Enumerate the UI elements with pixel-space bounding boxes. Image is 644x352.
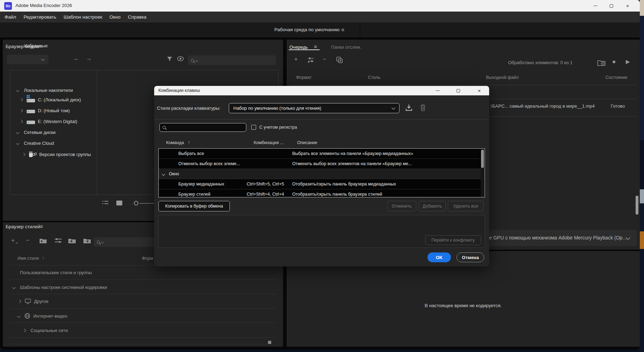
desktop-fragment [640, 203, 644, 231]
goto-conflict-button[interactable]: Перейти к конфликту [425, 235, 481, 245]
tree-item-favorites[interactable]: Избранные [16, 43, 48, 48]
layout-preset-dropdown[interactable]: Набор по умолчанию (только для чтения) [229, 103, 399, 113]
add-preset-to-queue-icon[interactable] [308, 57, 314, 63]
preset-row-other[interactable]: Другое [18, 299, 48, 304]
filter-icon[interactable] [166, 56, 173, 62]
workspace-label[interactable]: Рабочая среда по умолчанию [274, 27, 340, 32]
preset-row-social[interactable]: Социальные сети [23, 328, 68, 333]
table-scroll-thumb[interactable] [481, 150, 484, 168]
shortcut-column-header[interactable]: Комбинация ... [254, 140, 284, 145]
preset-row-system-presets[interactable]: Шаблоны настроек системной кодировки [13, 285, 107, 290]
new-group-folder-icon[interactable] [39, 238, 47, 244]
table-row[interactable]: Выбрать все Выбрать все элементы на пане… [159, 149, 485, 159]
workspace-bar-divider [360, 22, 360, 38]
tree-item-drive-e[interactable]: E: (Western Digital) [20, 119, 77, 124]
table-row[interactable]: Отменить выбор всех элеме... Отменить вы… [159, 159, 485, 169]
dialog-close-button[interactable]: × [472, 86, 487, 95]
close-button[interactable]: × [619, 0, 636, 12]
chevron-right-icon [20, 120, 23, 123]
search-icon [191, 59, 194, 62]
eye-icon[interactable] [177, 56, 184, 61]
add-shortcut-button[interactable]: Добавить [419, 201, 446, 211]
queue-scrollbar[interactable] [636, 196, 638, 215]
media-source-dropdown[interactable] [7, 55, 48, 64]
dialog-maximize-button[interactable] [451, 86, 466, 95]
add-preset-icon[interactable]: + [11, 237, 15, 244]
add-source-icon[interactable]: + [294, 56, 297, 62]
preset-row-internet-video[interactable]: Интернет-видео [18, 313, 67, 319]
output-file-path[interactable]: :\БАРС... самый идеальный город в мире__… [490, 103, 595, 109]
desktop-fragment [640, 16, 644, 140]
table-section-row[interactable]: Окно [159, 169, 485, 179]
preset-format-column[interactable]: Форм [142, 256, 153, 261]
thumbnail-view-icon[interactable] [116, 201, 122, 205]
minimize-button[interactable] [587, 0, 603, 12]
table-row[interactable]: Браузер стилей Ctrl+Shift+4, Ctrl+4 Отоб… [159, 189, 485, 197]
command-column-header[interactable]: Команда [166, 140, 184, 145]
table-scrollbar[interactable] [481, 149, 484, 197]
close-icon: × [626, 3, 629, 9]
menu-file[interactable]: Файл [5, 14, 16, 20]
preset-browser-menu-icon[interactable]: ≡ [40, 223, 43, 229]
maximize-button[interactable] [603, 0, 619, 12]
case-sensitive-checkbox[interactable] [251, 125, 256, 130]
ok-button[interactable]: OK [427, 252, 451, 262]
forward-icon[interactable]: → [86, 55, 92, 62]
duplicate-icon[interactable] [336, 57, 343, 63]
tree-item-drive-d[interactable]: D: (Новый том) [20, 108, 70, 113]
delete-all-button[interactable]: Удалить все [448, 201, 484, 211]
menu-preset[interactable]: Шаблон настроек [63, 14, 102, 20]
table-row[interactable]: Браузер медиаданных Ctrl+Shift+5, Ctrl+5… [159, 179, 485, 189]
preset-row-custom[interactable]: Пользовательские стили и группы [20, 270, 92, 275]
button-label: Добавить [423, 204, 442, 209]
queue-menu-icon[interactable]: ≡ [314, 43, 317, 49]
undo-button[interactable]: Отменить [387, 201, 416, 211]
menu-window[interactable]: Окно [110, 14, 121, 20]
shortcut-search-field[interactable] [166, 125, 224, 130]
shortcuts-table: Выбрать все Выбрать все элементы на пане… [158, 148, 485, 197]
tree-item-creative-cloud[interactable]: Creative Cloud [16, 141, 54, 146]
tree-item-local-drives[interactable]: Локальные накопители [16, 88, 73, 93]
remove-preset-icon[interactable]: − [26, 237, 29, 244]
tree-item-drive-c[interactable]: C: (Локальный диск) [20, 97, 81, 102]
watch-folder-gear-icon[interactable] [597, 60, 606, 66]
list-view-icon[interactable] [102, 201, 108, 205]
tree-item-label: Локальные накопители [24, 88, 73, 93]
minimize-icon [594, 6, 597, 6]
drive-icon [27, 108, 35, 113]
import-preset-icon[interactable] [68, 238, 76, 244]
media-search-field[interactable] [199, 58, 258, 63]
stop-queue-icon[interactable]: ■ [612, 59, 615, 65]
save-layout-icon[interactable] [405, 104, 413, 111]
section-label: Окно [169, 171, 179, 176]
description-column-header[interactable]: Описание [297, 140, 317, 145]
tree-item-label: Сетевые диски [24, 130, 56, 135]
cancel-button[interactable]: Отмена [457, 252, 484, 262]
copy-to-clipboard-button[interactable]: Копировать в буфер обмена [158, 201, 230, 211]
tree-item-team-projects[interactable]: Версии проектов группы [22, 151, 91, 157]
tree-divider[interactable] [97, 70, 97, 195]
dialog-minimize-button[interactable] [430, 86, 445, 95]
shortcut-search-input[interactable] [159, 123, 246, 132]
start-queue-icon[interactable]: ▶ [626, 59, 630, 65]
tab-watch-folders[interactable]: Папки отслеж. [331, 45, 361, 50]
remove-source-icon[interactable]: − [323, 56, 326, 62]
menu-edit[interactable]: Редактировать [23, 14, 56, 20]
menu-help[interactable]: Справка [128, 14, 146, 20]
workspace-menu-icon[interactable]: ≡ [341, 27, 344, 33]
layout-preset-value: Набор по умолчанию (только для чтения) [233, 106, 321, 111]
preset-settings-icon[interactable] [55, 238, 62, 244]
back-icon[interactable]: ← [74, 55, 80, 62]
tab-queue[interactable]: Очередь [289, 45, 308, 50]
tree-item-network-drives[interactable]: Сетевые диски [16, 130, 56, 135]
delete-layout-icon[interactable] [420, 104, 426, 111]
chevron-down-icon [16, 44, 20, 48]
zoom-slider-knob[interactable] [134, 201, 138, 205]
preset-name-column[interactable]: Имя стиля [18, 256, 39, 261]
layout-styles-label: Стили раскладки клавиатуры: [157, 106, 220, 111]
button-label: OK [436, 255, 443, 260]
media-search-input[interactable] [188, 55, 276, 65]
scroll-handle[interactable] [268, 341, 271, 344]
export-preset-icon[interactable] [83, 238, 91, 244]
row-divider [10, 294, 276, 294]
